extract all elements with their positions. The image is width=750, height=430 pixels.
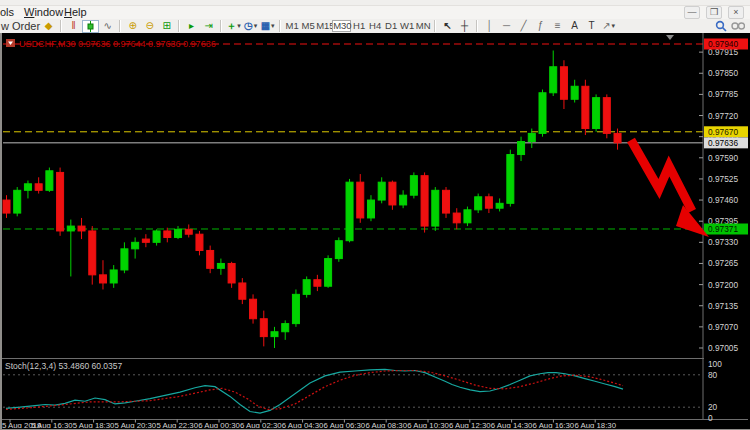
line-chart-icon[interactable]: ∿: [99, 20, 116, 33]
candle-body: [99, 275, 106, 283]
candle-body: [14, 190, 21, 213]
candle-body: [314, 280, 321, 287]
candle-body: [217, 263, 224, 268]
price-label: 0.97785: [708, 89, 738, 99]
timeframe-m15[interactable]: M15: [316, 20, 332, 32]
candle-body: [121, 249, 128, 270]
timeframe-m30[interactable]: M30: [332, 20, 351, 32]
search-icon[interactable]: [712, 20, 729, 33]
new-order-icon[interactable]: ◆: [40, 20, 57, 33]
resistance-line-tag-text: 0.97940: [708, 39, 738, 49]
bar-chart-icon[interactable]: ‖: [65, 20, 82, 33]
stoch-scale-label: 80: [708, 370, 718, 380]
arrows-tool-icon[interactable]: ↗▾: [600, 20, 617, 33]
price-label: 0.97005: [708, 343, 738, 353]
templates-icon[interactable]: ▦▾: [259, 20, 276, 33]
timeframe-m5[interactable]: M5: [300, 20, 316, 32]
candle-body: [335, 241, 342, 259]
candle-body: [528, 133, 535, 141]
chart-shift-icon[interactable]: ⇥: [200, 20, 217, 33]
candle-body: [78, 226, 85, 231]
price-label: 0.97265: [708, 258, 738, 268]
vertical-line-icon[interactable]: │: [481, 20, 498, 33]
periods-icon[interactable]: ◷▾: [242, 20, 259, 33]
main-toolbar: w Order ◆ ‖ ∿ ⊕ ⊖ ⊞ ▸ ⇥ ＋▾ ◷▾ ▦▾ M1 M5 M…: [0, 19, 750, 34]
candle-body: [464, 210, 471, 223]
candlestick-chart-icon[interactable]: [82, 20, 99, 33]
timeframe-d1[interactable]: D1: [383, 20, 399, 32]
cursor-icon[interactable]: ↖: [439, 20, 456, 33]
current-price-line-tag-text: 0.97636: [708, 138, 738, 148]
community-icon[interactable]: [729, 20, 746, 33]
candle-body: [35, 184, 42, 191]
time-label: 6 Aug 10:30: [407, 421, 449, 428]
auto-scroll-icon[interactable]: ▸: [183, 20, 200, 33]
time-label: 6 Aug 00:30: [198, 421, 240, 428]
candle-body: [132, 242, 139, 249]
candle-body: [175, 229, 182, 237]
candle-body: [593, 98, 600, 129]
timeframe-h4[interactable]: H4: [367, 20, 383, 32]
crosshair-icon[interactable]: ┼: [456, 20, 473, 33]
time-label: 6 Aug 04:30: [282, 421, 324, 428]
indicators-icon[interactable]: ＋▾: [225, 20, 242, 33]
stoch-scale-label: 0: [708, 413, 713, 423]
candle-body: [89, 231, 96, 275]
minimize-button[interactable]: —: [684, 6, 700, 19]
candle-body: [560, 67, 567, 100]
candle-body: [110, 270, 117, 283]
candle-body: [539, 93, 546, 134]
candle-body: [614, 133, 621, 142]
price-chart-canvas[interactable]: USDCHF,M30 0.97636 0.97644 0.97636 0.976…: [2, 33, 748, 428]
text-tool-icon[interactable]: A: [566, 20, 583, 33]
candle-body: [367, 200, 374, 218]
candle-body: [346, 182, 353, 241]
candle-body: [207, 250, 214, 268]
candle-body: [453, 213, 460, 223]
horizontal-line-icon[interactable]: ─: [498, 20, 515, 33]
time-label: 5 Aug 20:30: [115, 421, 157, 428]
price-label: 0.97135: [708, 301, 738, 311]
candle-body: [185, 229, 192, 234]
candle-body: [400, 195, 407, 205]
menu-help[interactable]: Help: [60, 6, 91, 19]
time-label: 5 Aug 18:30: [73, 421, 115, 428]
time-label: 6 Aug 12:30: [449, 421, 491, 428]
zoom-in-icon[interactable]: ⊕: [124, 20, 141, 33]
candle-body: [603, 98, 610, 134]
candle-body: [239, 283, 246, 299]
timeframe-h1[interactable]: H1: [351, 20, 367, 32]
new-order-button[interactable]: w Order: [1, 20, 40, 32]
trendline-icon[interactable]: ╱: [515, 20, 532, 33]
candle-body: [67, 226, 74, 231]
candle-body: [475, 197, 482, 210]
candle-body: [24, 184, 31, 191]
upper-level-line-tag: 0.97670: [704, 126, 748, 137]
close-button[interactable]: ×: [728, 6, 744, 19]
time-label: 6 Aug 18:30: [574, 421, 616, 428]
menu-tools[interactable]: ols: [0, 6, 18, 19]
fibonacci-icon[interactable]: ƒ: [532, 20, 549, 33]
timeframe-mn[interactable]: MN: [415, 20, 431, 32]
time-label: 5 Aug 22:30: [156, 421, 198, 428]
tile-windows-icon[interactable]: ⊞: [158, 20, 175, 33]
zoom-out-icon[interactable]: ⊖: [141, 20, 158, 33]
candle-body: [485, 197, 492, 208]
text-label-icon[interactable]: T: [583, 20, 600, 33]
price-label: 0.97330: [708, 237, 738, 247]
candle-body: [421, 176, 428, 226]
time-label: 6 Aug 02:30: [240, 421, 282, 428]
candle-body: [260, 319, 267, 337]
candle-body: [57, 172, 64, 231]
timeframe-m1[interactable]: M1: [284, 20, 300, 32]
current-price-line-tag: 0.97636: [704, 137, 748, 148]
stoch-scale-label: 20: [708, 402, 718, 412]
candle-body: [3, 200, 10, 213]
candle-body: [282, 324, 289, 332]
restore-button[interactable]: ❒: [706, 6, 722, 19]
candle-body: [550, 67, 557, 93]
candle-body: [271, 332, 278, 337]
timeframe-w1[interactable]: W1: [399, 20, 415, 32]
channel-icon[interactable]: ≡: [549, 20, 566, 33]
candle-body: [582, 86, 589, 128]
